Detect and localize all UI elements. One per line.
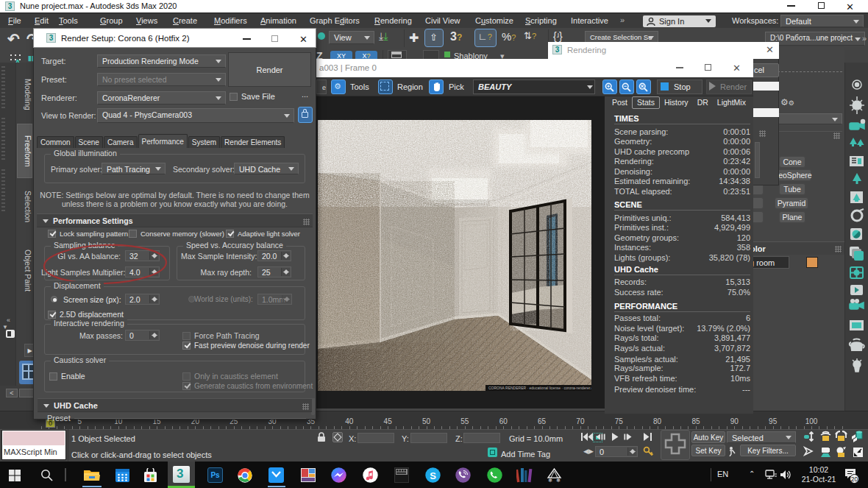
svg-text:S: S [430, 470, 436, 481]
svg-text:❄: ❄ [556, 478, 561, 483]
svg-text:CORONA RENDERER · educational: CORONA RENDERER · educational license · … [488, 386, 591, 390]
svg-text:❄: ❄ [548, 478, 552, 483]
